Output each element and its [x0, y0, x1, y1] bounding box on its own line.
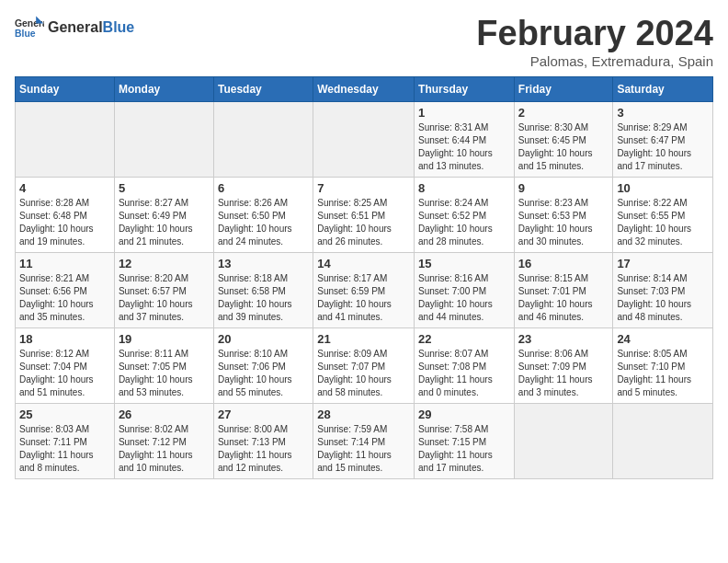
header-friday: Friday [514, 76, 613, 101]
calendar-cell: 4Sunrise: 8:28 AM Sunset: 6:48 PM Daylig… [16, 177, 115, 252]
calendar-week-3: 11Sunrise: 8:21 AM Sunset: 6:56 PM Dayli… [16, 252, 713, 327]
calendar-cell: 27Sunrise: 8:00 AM Sunset: 7:13 PM Dayli… [213, 403, 313, 478]
day-info: Sunrise: 8:30 AM Sunset: 6:45 PM Dayligh… [518, 121, 609, 173]
day-number: 29 [418, 408, 510, 421]
day-number: 26 [119, 408, 210, 421]
calendar-cell: 20Sunrise: 8:10 AM Sunset: 7:06 PM Dayli… [213, 327, 313, 403]
calendar-cell: 11Sunrise: 8:21 AM Sunset: 6:56 PM Dayli… [16, 252, 115, 327]
calendar-cell: 10Sunrise: 8:22 AM Sunset: 6:55 PM Dayli… [613, 177, 713, 252]
calendar-week-1: 1Sunrise: 8:31 AM Sunset: 6:44 PM Daylig… [16, 101, 713, 177]
day-info: Sunrise: 8:24 AM Sunset: 6:52 PM Dayligh… [418, 197, 510, 248]
day-number: 8 [418, 181, 510, 195]
svg-text:Blue: Blue [15, 29, 36, 39]
day-number: 17 [617, 257, 709, 270]
day-info: Sunrise: 8:20 AM Sunset: 6:57 PM Dayligh… [119, 272, 210, 324]
day-number: 22 [418, 332, 510, 346]
day-number: 12 [119, 257, 210, 270]
calendar-cell: 1Sunrise: 8:31 AM Sunset: 6:44 PM Daylig… [415, 101, 515, 177]
calendar-cell [114, 101, 213, 177]
day-info: Sunrise: 8:26 AM Sunset: 6:50 PM Dayligh… [218, 197, 309, 248]
calendar-cell [213, 101, 313, 177]
calendar-cell [16, 101, 115, 177]
day-number: 13 [218, 257, 309, 270]
day-number: 11 [19, 257, 110, 270]
day-number: 10 [617, 181, 709, 195]
days-of-week-row: Sunday Monday Tuesday Wednesday Thursday… [16, 76, 713, 101]
day-number: 20 [218, 332, 309, 346]
day-number: 25 [19, 408, 110, 421]
title-area: February 2024 Palomas, Extremadura, Spai… [476, 15, 713, 69]
calendar-cell: 12Sunrise: 8:20 AM Sunset: 6:57 PM Dayli… [114, 252, 213, 327]
day-number: 7 [317, 181, 410, 195]
day-info: Sunrise: 7:59 AM Sunset: 7:14 PM Dayligh… [317, 423, 410, 475]
day-info: Sunrise: 8:29 AM Sunset: 6:47 PM Dayligh… [617, 121, 709, 173]
day-number: 24 [617, 332, 709, 346]
day-info: Sunrise: 8:10 AM Sunset: 7:06 PM Dayligh… [218, 348, 309, 399]
calendar-cell: 13Sunrise: 8:18 AM Sunset: 6:58 PM Dayli… [213, 252, 313, 327]
day-number: 2 [518, 106, 609, 120]
day-info: Sunrise: 8:18 AM Sunset: 6:58 PM Dayligh… [218, 272, 309, 324]
day-info: Sunrise: 8:22 AM Sunset: 6:55 PM Dayligh… [617, 197, 709, 248]
calendar-cell [313, 101, 415, 177]
day-number: 1 [418, 106, 510, 120]
header-tuesday: Tuesday [213, 76, 313, 101]
day-info: Sunrise: 8:31 AM Sunset: 6:44 PM Dayligh… [418, 121, 510, 173]
day-number: 16 [518, 257, 609, 270]
day-info: Sunrise: 8:25 AM Sunset: 6:51 PM Dayligh… [317, 197, 410, 248]
day-number: 14 [317, 257, 410, 270]
month-title: February 2024 [476, 15, 713, 53]
calendar-cell: 3Sunrise: 8:29 AM Sunset: 6:47 PM Daylig… [613, 101, 713, 177]
calendar-body: 1Sunrise: 8:31 AM Sunset: 6:44 PM Daylig… [16, 101, 713, 478]
calendar-cell: 21Sunrise: 8:09 AM Sunset: 7:07 PM Dayli… [313, 327, 415, 403]
day-info: Sunrise: 7:58 AM Sunset: 7:15 PM Dayligh… [418, 423, 510, 475]
calendar-cell: 5Sunrise: 8:27 AM Sunset: 6:49 PM Daylig… [114, 177, 213, 252]
location-subtitle: Palomas, Extremadura, Spain [476, 53, 713, 69]
day-info: Sunrise: 8:28 AM Sunset: 6:48 PM Dayligh… [19, 197, 110, 248]
calendar-cell: 18Sunrise: 8:12 AM Sunset: 7:04 PM Dayli… [16, 327, 115, 403]
day-number: 19 [119, 332, 210, 346]
header: General Blue GeneralBlue February 2024 P… [15, 15, 713, 69]
calendar-week-5: 25Sunrise: 8:03 AM Sunset: 7:11 PM Dayli… [16, 403, 713, 478]
day-info: Sunrise: 8:06 AM Sunset: 7:09 PM Dayligh… [518, 348, 609, 399]
calendar-cell: 2Sunrise: 8:30 AM Sunset: 6:45 PM Daylig… [514, 101, 613, 177]
calendar-cell: 9Sunrise: 8:23 AM Sunset: 6:53 PM Daylig… [514, 177, 613, 252]
calendar-cell: 8Sunrise: 8:24 AM Sunset: 6:52 PM Daylig… [415, 177, 515, 252]
calendar-cell: 26Sunrise: 8:02 AM Sunset: 7:12 PM Dayli… [114, 403, 213, 478]
day-number: 4 [19, 181, 110, 195]
header-saturday: Saturday [613, 76, 713, 101]
day-info: Sunrise: 8:03 AM Sunset: 7:11 PM Dayligh… [19, 423, 110, 475]
header-monday: Monday [114, 76, 213, 101]
day-number: 28 [317, 408, 410, 421]
calendar-cell: 23Sunrise: 8:06 AM Sunset: 7:09 PM Dayli… [514, 327, 613, 403]
calendar-cell: 22Sunrise: 8:07 AM Sunset: 7:08 PM Dayli… [415, 327, 515, 403]
calendar-cell: 19Sunrise: 8:11 AM Sunset: 7:05 PM Dayli… [114, 327, 213, 403]
day-info: Sunrise: 8:12 AM Sunset: 7:04 PM Dayligh… [19, 348, 110, 399]
calendar-cell: 15Sunrise: 8:16 AM Sunset: 7:00 PM Dayli… [415, 252, 515, 327]
calendar-cell [514, 403, 613, 478]
general-blue-logo-icon: General Blue [15, 15, 44, 40]
day-info: Sunrise: 8:17 AM Sunset: 6:59 PM Dayligh… [317, 272, 410, 324]
day-number: 6 [218, 181, 309, 195]
day-number: 5 [119, 181, 210, 195]
day-info: Sunrise: 8:05 AM Sunset: 7:10 PM Dayligh… [617, 348, 709, 399]
day-number: 27 [218, 408, 309, 421]
day-number: 3 [617, 106, 709, 120]
calendar-cell: 28Sunrise: 7:59 AM Sunset: 7:14 PM Dayli… [313, 403, 415, 478]
calendar-cell: 6Sunrise: 8:26 AM Sunset: 6:50 PM Daylig… [213, 177, 313, 252]
day-info: Sunrise: 8:02 AM Sunset: 7:12 PM Dayligh… [119, 423, 210, 475]
calendar-week-4: 18Sunrise: 8:12 AM Sunset: 7:04 PM Dayli… [16, 327, 713, 403]
day-number: 15 [418, 257, 510, 270]
header-thursday: Thursday [415, 76, 515, 101]
calendar-cell [613, 403, 713, 478]
day-info: Sunrise: 8:14 AM Sunset: 7:03 PM Dayligh… [617, 272, 709, 324]
day-info: Sunrise: 8:15 AM Sunset: 7:01 PM Dayligh… [518, 272, 609, 324]
calendar-cell: 16Sunrise: 8:15 AM Sunset: 7:01 PM Dayli… [514, 252, 613, 327]
calendar-cell: 7Sunrise: 8:25 AM Sunset: 6:51 PM Daylig… [313, 177, 415, 252]
header-sunday: Sunday [16, 76, 115, 101]
day-number: 21 [317, 332, 410, 346]
day-number: 9 [518, 181, 609, 195]
day-info: Sunrise: 8:23 AM Sunset: 6:53 PM Dayligh… [518, 197, 609, 248]
day-info: Sunrise: 8:27 AM Sunset: 6:49 PM Dayligh… [119, 197, 210, 248]
day-info: Sunrise: 8:00 AM Sunset: 7:13 PM Dayligh… [218, 423, 309, 475]
calendar-week-2: 4Sunrise: 8:28 AM Sunset: 6:48 PM Daylig… [16, 177, 713, 252]
